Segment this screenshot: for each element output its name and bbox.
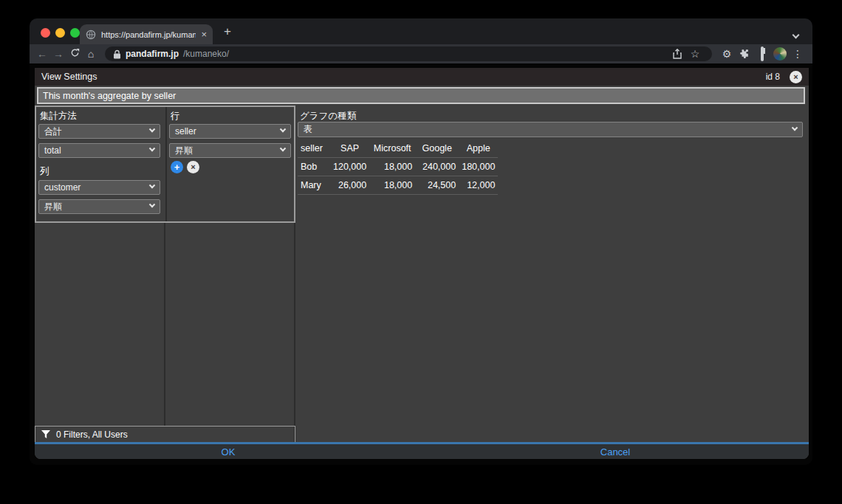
browser-window: https://pandafirm.jp/kumaneko × + ← → ⌂ — [30, 18, 812, 465]
tab-strip: https://pandafirm.jp/kumaneko × + — [30, 18, 812, 44]
cell-value: 26,000 — [330, 176, 369, 194]
url-domain: pandafirm.jp — [126, 49, 179, 59]
col-header-google: Google — [415, 140, 459, 157]
aggregation-field-value: total — [44, 145, 61, 156]
graph-type-label: グラフの種類 — [300, 110, 356, 122]
dialog-footer: OK Cancel — [35, 444, 809, 459]
cell-value: 120,000 — [330, 157, 369, 176]
zoom-window-button[interactable] — [70, 28, 80, 38]
graph-type-select[interactable]: 表 — [298, 122, 803, 137]
browser-toolbar: ← → ⌂ pandafirm.jp /kumaneko/ — [30, 44, 812, 63]
view-settings-dialog: View Settings id 8 × 集計方法 合計 — [35, 68, 809, 459]
row-order-value: 昇順 — [175, 145, 193, 157]
preview-table: seller SAP Microsoft Google Apple Bob 12… — [298, 140, 498, 195]
row-section-label: 行 — [171, 110, 180, 122]
cancel-button[interactable]: Cancel — [600, 446, 630, 458]
chevron-down-icon — [149, 201, 155, 207]
forward-icon[interactable]: → — [50, 45, 66, 63]
cell-value: 18,000 — [369, 157, 415, 176]
cell-seller: Mary — [298, 176, 330, 194]
cell-value: 18,000 — [369, 176, 415, 194]
table-header-row: seller SAP Microsoft Google Apple — [298, 140, 498, 157]
close-tab-icon[interactable]: × — [201, 30, 207, 39]
graph-type-value: 表 — [304, 123, 312, 136]
remove-row-button[interactable]: × — [187, 161, 199, 173]
side-panel-icon[interactable] — [753, 48, 771, 60]
globe-favicon-icon — [86, 30, 96, 40]
url-path: /kumaneko/ — [183, 49, 229, 59]
tab-search-chevron-icon[interactable] — [793, 27, 798, 41]
chevron-down-icon — [149, 126, 155, 132]
back-icon[interactable]: ← — [34, 45, 50, 63]
filters-summary: 0 Filters, All Users — [56, 429, 128, 440]
aggregation-field-select[interactable]: total — [38, 143, 160, 158]
close-dialog-icon[interactable]: × — [790, 71, 802, 83]
close-window-button[interactable] — [41, 28, 50, 38]
tab-title: https://pandafirm.jp/kumaneko — [101, 30, 196, 39]
chevron-down-icon — [149, 145, 155, 151]
view-name-input[interactable] — [37, 87, 805, 104]
bookmark-star-icon[interactable]: ☆ — [686, 48, 704, 60]
extensions-puzzle-icon[interactable] — [736, 48, 753, 61]
dialog-header: View Settings id 8 × — [35, 68, 809, 86]
home-icon[interactable]: ⌂ — [83, 45, 99, 63]
browser-tab[interactable]: https://pandafirm.jp/kumaneko × — [80, 24, 213, 44]
filters-bar[interactable]: 0 Filters, All Users — [35, 426, 295, 442]
add-row-button[interactable]: + — [171, 161, 183, 173]
column-order-select[interactable]: 昇順 — [38, 199, 160, 214]
lock-icon — [113, 49, 121, 59]
column-divider — [294, 223, 295, 442]
column-order-value: 昇順 — [44, 201, 62, 213]
col-header-microsoft: Microsoft — [369, 140, 415, 157]
record-id-label: id 8 — [766, 72, 780, 82]
chevron-down-icon — [792, 124, 798, 130]
column-divider — [165, 107, 167, 221]
column-field-select[interactable]: customer — [38, 180, 160, 195]
col-header-seller: seller — [298, 140, 330, 157]
table-row: Mary 26,000 18,000 24,500 12,000 — [298, 176, 498, 194]
chevron-down-icon — [280, 126, 286, 132]
row-order-select[interactable]: 昇順 — [169, 143, 291, 158]
gear-extension-icon[interactable]: ⚙ — [718, 48, 736, 60]
col-header-sap: SAP — [330, 140, 369, 157]
menu-kebab-icon[interactable]: ⋮ — [789, 48, 807, 60]
col-header-apple: Apple — [459, 140, 498, 157]
column-divider — [164, 223, 165, 426]
table-row: Bob 120,000 18,000 240,000 180,000 — [298, 157, 498, 176]
chevron-down-icon — [280, 145, 286, 151]
traffic-lights — [41, 28, 80, 38]
cell-seller: Bob — [298, 157, 330, 176]
chevron-down-icon — [149, 182, 155, 188]
desktop-background: https://pandafirm.jp/kumaneko × + ← → ⌂ — [0, 0, 842, 504]
cell-value: 24,500 — [415, 176, 459, 194]
aggregation-method-select[interactable]: 合計 — [38, 124, 160, 139]
aggregation-label: 集計方法 — [40, 110, 77, 122]
reload-icon[interactable] — [66, 45, 83, 63]
filter-icon — [41, 430, 50, 438]
page-viewport: View Settings id 8 × 集計方法 合計 — [30, 63, 812, 465]
row-field-value: seller — [175, 126, 196, 137]
aggregation-method-value: 合計 — [44, 125, 62, 138]
column-section-label: 列 — [40, 165, 49, 178]
new-tab-button[interactable]: + — [219, 23, 236, 41]
address-bar[interactable]: pandafirm.jp /kumaneko/ ☆ — [105, 46, 712, 61]
profile-avatar[interactable] — [773, 47, 787, 61]
row-field-select[interactable]: seller — [169, 124, 291, 139]
minimize-window-button[interactable] — [55, 28, 65, 38]
cell-value: 240,000 — [415, 157, 459, 176]
cell-value: 12,000 — [459, 176, 498, 194]
dialog-title: View Settings — [41, 72, 97, 82]
cell-value: 180,000 — [459, 157, 498, 176]
share-icon[interactable] — [673, 49, 682, 59]
ok-button[interactable]: OK — [222, 446, 236, 458]
column-field-value: customer — [44, 182, 81, 193]
